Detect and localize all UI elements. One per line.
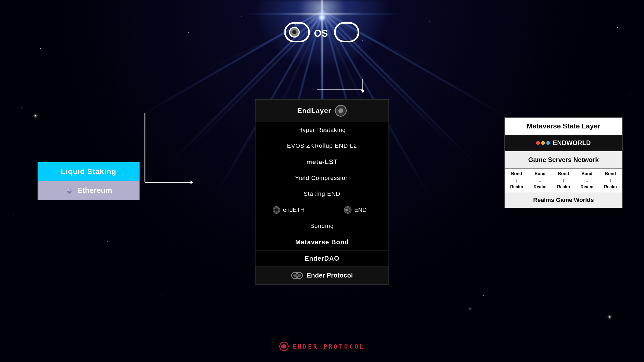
liquid-staking-box: Liquid Staking [38,162,140,181]
end-icon [344,206,352,214]
bond-label-1: Bond [511,171,522,176]
bond-arrow-1: ↓ [507,177,526,183]
ender-dao-label: EnderDAO [305,255,339,262]
svg-marker-7 [66,187,69,192]
bond-label-2: Bond [535,171,546,176]
realm-label-2: Realm [534,184,547,189]
svg-point-2 [292,30,297,34]
center-card: EndLayer Hyper Restaking EVOS ZKRollup E… [255,99,389,285]
bond-realm-col-4: Bond ↓ Realm [575,169,599,192]
svg-rect-4 [335,23,358,42]
meta-lst-row: meta-LST [255,154,389,170]
liquid-staking-label: Liquid Staking [61,167,116,176]
bond-realm-col-1: Bond ↓ Realm [505,169,528,192]
ethereum-icon [65,186,74,195]
left-panel: Liquid Staking Ethereum [38,162,140,200]
endworld-label: ENDWORLD [553,139,591,147]
game-servers-label: Game Servers Network [528,156,599,163]
realms-game-worlds-row: Realms Game Worlds [505,192,622,208]
metaverse-bond-row: Metaverse Bond [255,234,389,250]
endeth-label: endETH [283,206,305,213]
bond-label-5: Bond [605,171,616,176]
game-servers-row: Game Servers Network [505,151,622,169]
bond-realm-col-2: Bond ↓ Realm [528,169,552,192]
endworld-row: ENDWORLD [505,135,622,151]
ender-protocol-row: Ender Protocol [255,267,389,284]
ethereum-label: Ethereum [77,186,112,195]
end-label: END [354,206,367,213]
hyper-restaking-row: Hyper Restaking [255,122,389,138]
end-cell: END [322,202,389,218]
bond-arrow-2: ↓ [530,177,549,183]
svg-point-13 [275,209,278,211]
hyper-restaking-label: Hyper Restaking [298,127,346,133]
svg-text:OS: OS [314,28,328,39]
dot-orange [541,141,545,145]
meta-lst-label: meta-LST [306,158,338,165]
endeth-cell: endETH [255,202,322,218]
bond-realm-row: Bond ↓ Realm Bond ↓ Realm Bond ↓ Realm B… [505,169,622,192]
realm-label-1: Realm [510,184,523,189]
token-row: endETH END [255,202,389,218]
ender-dao-row: EnderDAO [255,250,389,267]
bonding-row: Bonding [255,218,389,234]
svg-point-19 [298,274,301,277]
svg-point-15 [346,209,348,211]
dot-blue [546,141,550,145]
yield-compression-label: Yield Compression [295,175,349,181]
right-panel: Metaverse State Layer ENDWORLD Game Serv… [504,117,623,208]
endworld-dots [536,141,550,145]
staking-end-row: Staking END [255,186,389,202]
evos-zkrollup-row: EVOS ZKRollup END L2 [255,138,389,154]
footer-logo-icon [279,342,289,351]
staking-end-label: Staking END [304,190,341,197]
bond-label-3: Bond [558,171,569,176]
metaverse-state-layer-row: Metaverse State Layer [505,118,622,135]
bond-label-4: Bond [581,171,592,176]
svg-marker-8 [69,187,72,192]
logo-container: OS [284,16,360,49]
bond-arrow-4: ↓ [577,177,596,183]
ethereum-box: Ethereum [38,181,140,200]
metaverse-bond-label: Metaverse Bond [295,238,349,246]
footer: ENDER PROTOCOL [279,342,365,351]
realm-label-4: Realm [580,184,593,189]
bond-realm-col-3: Bond ↓ Realm [552,169,575,192]
evos-zkrollup-label: EVOS ZKRollup END L2 [287,142,357,149]
ender-protocol-icon [291,272,303,279]
center-panel: EndLayer Hyper Restaking EVOS ZKRollup E… [255,99,389,285]
realm-label-3: Realm [557,184,570,189]
enos-logo: OS [284,16,360,48]
bond-arrow-3: ↓ [554,177,573,183]
footer-brand-text: ENDER PROTOCOL [292,343,365,350]
bond-arrow-5: ↓ [601,177,620,183]
bond-realm-col-5: Bond ↓ Realm [599,169,622,192]
endlayer-label: EndLayer [297,107,331,115]
bonding-label: Bonding [310,223,334,229]
ender-protocol-label: Ender Protocol [307,272,353,279]
metaverse-state-layer-label: Metaverse State Layer [527,122,601,130]
right-card: Metaverse State Layer ENDWORLD Game Serv… [504,117,623,208]
realm-label-5: Realm [604,184,617,189]
endlayer-row: EndLayer [255,99,389,122]
svg-point-25 [281,345,283,348]
dot-red [536,141,540,145]
endeth-icon [273,206,280,214]
yield-compression-row: Yield Compression [255,170,389,186]
endlayer-toggle [335,105,347,117]
realms-game-worlds-label: Realms Game Worlds [533,197,594,203]
